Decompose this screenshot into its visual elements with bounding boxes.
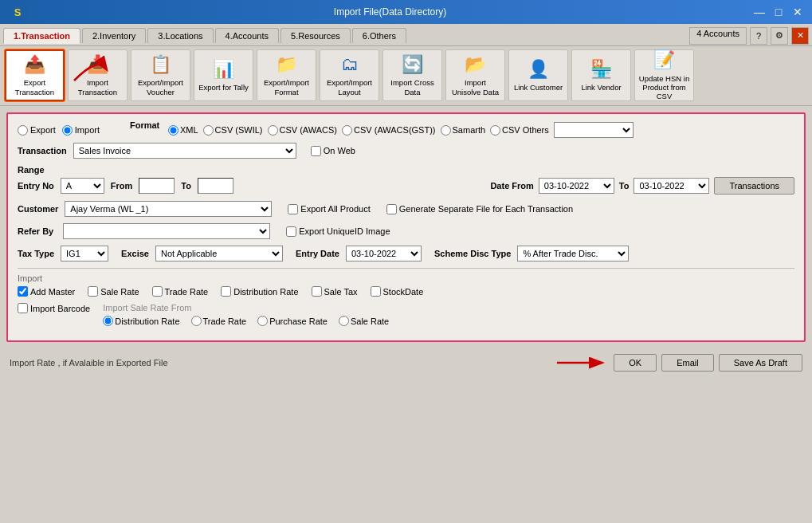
link-vendor-button[interactable]: 🏪 Link Vendor — [571, 49, 631, 101]
sale-rate-label[interactable]: Sale Rate — [88, 286, 139, 297]
format-icon: 📁 — [276, 54, 297, 75]
tab-transaction[interactable]: 1.Transaction — [3, 28, 80, 44]
csv-others-select[interactable] — [554, 122, 634, 138]
bottom-buttons: OK Email Save As Draft — [553, 353, 802, 372]
export-unique-id-label[interactable]: Export UniqueID Image — [286, 226, 390, 237]
tax-type-select[interactable]: IG1 — [61, 246, 108, 262]
csv-awacs-radio[interactable] — [268, 125, 278, 136]
voucher-icon: 📋 — [150, 54, 171, 75]
from-input[interactable] — [139, 178, 175, 194]
dist-rate-radio[interactable] — [103, 316, 113, 326]
transaction-select[interactable]: Sales Invoice — [73, 143, 296, 159]
export-all-product-label[interactable]: Export All Product — [288, 204, 370, 214]
trade-rate-from-radio[interactable] — [191, 316, 202, 326]
tab-right-controls: 4 Accounts ? ⚙ ✕ — [689, 27, 809, 45]
date-to-label: To — [619, 181, 630, 191]
date-from-select[interactable]: 03-10-2022 — [539, 178, 614, 194]
settings-button[interactable]: ⚙ — [771, 27, 788, 45]
export-import-voucher-button[interactable]: 📋 Export/Import Voucher — [131, 49, 190, 101]
excise-select[interactable]: Not Applicable — [155, 246, 283, 262]
update-hsn-button[interactable]: 📝 Update HSN in Product from CSV — [634, 49, 694, 101]
exit-button[interactable]: ✕ — [791, 27, 809, 45]
generate-separate-checkbox[interactable] — [386, 204, 397, 214]
date-to-select[interactable]: 03-10-2022 — [634, 178, 709, 194]
csv-awacs-radio-label[interactable]: CSV (AWACS) — [268, 125, 338, 136]
csv-awacs-gst-radio[interactable] — [342, 125, 352, 136]
ok-button[interactable]: OK — [614, 354, 657, 372]
import-radio[interactable] — [62, 125, 73, 136]
export-import-format-button[interactable]: 📁 Export/Import Format — [257, 49, 316, 101]
export-for-tally-button[interactable]: 📊 Export for Tally — [194, 49, 253, 101]
format-radio-group: XML CSV (SWIL) CSV (AWACS) CSV (AWACS(GS… — [168, 122, 634, 138]
close-button[interactable]: ✕ — [790, 4, 806, 20]
add-master-label[interactable]: Add Master — [18, 286, 75, 297]
trade-rate-checkbox[interactable] — [152, 286, 163, 297]
purchase-rate-radio-label[interactable]: Purchase Rate — [257, 316, 328, 326]
export-transaction-button[interactable]: 📤 Export Transaction — [5, 49, 65, 101]
refer-by-label: Refer By — [18, 226, 53, 236]
sale-tax-label[interactable]: Sale Tax — [312, 286, 358, 297]
to-input[interactable] — [198, 178, 233, 194]
tab-locations[interactable]: 3.Locations — [147, 28, 213, 43]
email-button[interactable]: Email — [661, 354, 714, 372]
trade-rate-radio-label[interactable]: Trade Rate — [191, 316, 247, 326]
transactions-button[interactable]: Transactions — [714, 177, 794, 195]
sale-rate-from-radio-label[interactable]: Sale Rate — [339, 316, 389, 326]
xml-radio-label[interactable]: XML — [168, 125, 198, 136]
sale-rate-from-radio[interactable] — [339, 316, 349, 326]
import-radio-label[interactable]: Import — [62, 125, 100, 136]
import-barcode-checkbox[interactable] — [18, 303, 28, 313]
csv-swil-radio[interactable] — [203, 125, 214, 136]
entry-date-select[interactable]: 03-10-2022 — [346, 246, 422, 262]
title-bar-controls: — □ ✕ — [751, 4, 806, 20]
samarth-radio[interactable] — [441, 125, 451, 136]
dist-rate-radio-label[interactable]: Distribution Rate — [103, 316, 179, 326]
import-transaction-button[interactable]: 📥 Import Transaction — [68, 49, 127, 101]
tab-resources[interactable]: 5.Resources — [280, 28, 351, 43]
tab-others[interactable]: 6.Others — [352, 28, 406, 43]
export-all-product-checkbox[interactable] — [288, 204, 298, 214]
minimize-button[interactable]: — — [751, 4, 767, 20]
distribution-rate-checkbox[interactable] — [221, 286, 231, 297]
import-transaction-icon: 📥 — [87, 54, 108, 75]
update-hsn-icon: 📝 — [653, 49, 675, 70]
scheme-disc-select[interactable]: % After Trade Disc. — [517, 246, 629, 262]
on-web-label[interactable]: On Web — [311, 146, 355, 156]
csv-others-radio[interactable] — [490, 125, 500, 136]
csv-swil-radio-label[interactable]: CSV (SWIL) — [203, 125, 263, 136]
help-button[interactable]: ? — [750, 27, 767, 45]
samarth-radio-label[interactable]: Samarth — [441, 125, 486, 136]
import-cross-data-button[interactable]: 🔄 Import Cross Data — [382, 49, 442, 101]
csv-others-radio-label[interactable]: CSV Others — [490, 125, 549, 136]
export-radio-label[interactable]: Export — [18, 125, 56, 136]
stock-date-checkbox[interactable] — [371, 286, 381, 297]
import-unisolve-button[interactable]: 📂 Import Unisolve Data — [445, 49, 505, 101]
export-radio[interactable] — [18, 125, 28, 136]
import-barcode-label[interactable]: Import Barcode — [18, 303, 90, 313]
add-master-checkbox[interactable] — [18, 286, 28, 297]
on-web-checkbox[interactable] — [311, 146, 321, 156]
separator-1 — [18, 268, 794, 269]
link-customer-button[interactable]: 👤 Link Customer — [508, 49, 568, 101]
export-import-layout-button[interactable]: 🗂 Export/Import Layout — [320, 49, 379, 101]
entry-no-select[interactable]: A — [61, 178, 104, 194]
csv-awacs-gst-radio-label[interactable]: CSV (AWACS(GST)) — [342, 125, 435, 136]
save-as-draft-button[interactable]: Save As Draft — [719, 354, 802, 372]
entry-date-row: Entry No A From To Date From 03-10-2022 … — [18, 177, 794, 195]
sale-tax-checkbox[interactable] — [312, 286, 322, 297]
maximize-button[interactable]: □ — [771, 4, 787, 20]
sale-rate-checkbox[interactable] — [88, 286, 98, 297]
trade-rate-label[interactable]: Trade Rate — [152, 286, 209, 297]
refer-by-select[interactable] — [63, 223, 270, 239]
stock-date-label[interactable]: StockDate — [371, 286, 424, 297]
tab-inventory[interactable]: 2.Inventory — [82, 28, 146, 43]
form-panel: Export Import Format XML CSV (SWIL) — [6, 112, 806, 342]
purchase-rate-radio[interactable] — [257, 316, 268, 326]
distribution-rate-label[interactable]: Distribution Rate — [221, 286, 298, 297]
import-checkboxes-row: Add Master Sale Rate Trade Rate Distribu… — [18, 286, 794, 297]
xml-radio[interactable] — [168, 125, 178, 136]
tab-accounts[interactable]: 4.Accounts — [215, 28, 279, 43]
generate-separate-label[interactable]: Generate Separate File for Each Transact… — [386, 204, 573, 214]
export-unique-id-checkbox[interactable] — [286, 226, 296, 237]
customer-select[interactable]: Ajay Verma (WL _1) — [65, 201, 272, 217]
